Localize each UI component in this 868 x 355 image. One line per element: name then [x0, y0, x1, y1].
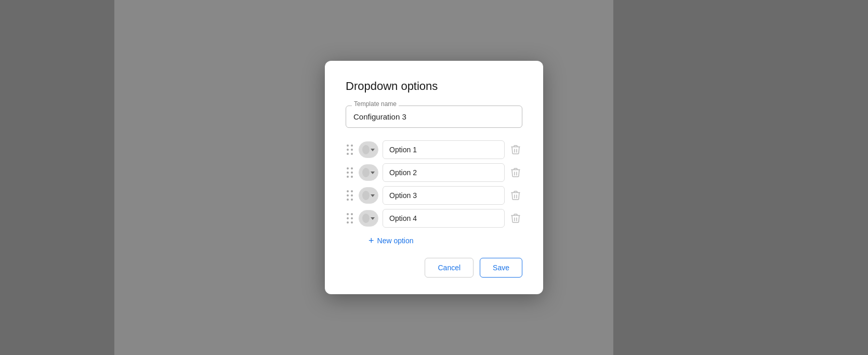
- drag-dot: [351, 167, 353, 169]
- delete-button-4[interactable]: [509, 211, 522, 226]
- chevron-down-icon-2: [371, 172, 375, 174]
- chevron-down-icon-4: [371, 217, 375, 220]
- cancel-button[interactable]: Cancel: [425, 258, 474, 278]
- drag-dot: [347, 199, 349, 201]
- new-option-button[interactable]: + New option: [346, 232, 414, 249]
- drag-dot: [347, 190, 349, 192]
- modal-overlay: Dropdown options Template name: [0, 0, 868, 355]
- drag-dots-1: [347, 144, 353, 155]
- drag-dot: [347, 144, 349, 147]
- drag-dot: [351, 176, 353, 178]
- option-row-2: [346, 163, 522, 182]
- drag-dot: [351, 199, 353, 201]
- color-picker-button-3[interactable]: [359, 187, 378, 204]
- option-input-3[interactable]: [383, 186, 505, 205]
- page-background: Dropdown options Template name: [0, 0, 868, 355]
- trash-icon-1: [511, 144, 520, 155]
- options-list: [346, 140, 522, 228]
- drag-dot: [351, 153, 353, 155]
- chevron-down-icon-1: [371, 149, 375, 151]
- save-button[interactable]: Save: [480, 258, 522, 278]
- drag-dot: [351, 213, 353, 215]
- trash-icon-2: [511, 167, 520, 178]
- drag-dots-3: [347, 190, 353, 201]
- trash-icon-3: [511, 190, 520, 201]
- color-circle-1: [362, 145, 370, 154]
- color-picker-button-1[interactable]: [359, 141, 378, 158]
- drag-dot: [347, 153, 349, 155]
- trash-icon-4: [511, 213, 520, 223]
- modal-footer: Cancel Save: [346, 258, 522, 278]
- drag-dot: [347, 176, 349, 178]
- drag-dot: [347, 149, 349, 151]
- template-name-input[interactable]: [346, 106, 522, 128]
- drag-handle-1[interactable]: [346, 143, 354, 156]
- color-picker-button-4[interactable]: [359, 210, 378, 227]
- drag-dot: [347, 221, 349, 223]
- option-input-4[interactable]: [383, 209, 505, 228]
- delete-button-2[interactable]: [509, 165, 522, 180]
- option-row-4: [346, 209, 522, 228]
- template-name-label: Template name: [352, 100, 399, 108]
- delete-button-1[interactable]: [509, 142, 522, 157]
- option-input-2[interactable]: [383, 163, 505, 182]
- drag-handle-3[interactable]: [346, 189, 354, 202]
- drag-dots-4: [347, 213, 353, 224]
- drag-dot: [347, 172, 349, 174]
- drag-dot: [351, 144, 353, 147]
- color-circle-2: [362, 168, 370, 177]
- option-row-1: [346, 140, 522, 159]
- option-input-1[interactable]: [383, 140, 505, 159]
- drag-dot: [351, 217, 353, 219]
- drag-handle-4[interactable]: [346, 212, 354, 225]
- delete-button-3[interactable]: [509, 188, 522, 203]
- color-picker-button-2[interactable]: [359, 164, 378, 181]
- drag-dots-2: [347, 167, 353, 178]
- drag-dot: [351, 190, 353, 192]
- drag-dot: [347, 213, 349, 215]
- drag-dot: [347, 217, 349, 219]
- drag-dot: [347, 167, 349, 169]
- plus-icon: +: [369, 236, 374, 245]
- color-circle-4: [362, 214, 370, 223]
- chevron-down-icon-3: [371, 194, 375, 197]
- drag-handle-2[interactable]: [346, 166, 354, 179]
- modal-title: Dropdown options: [346, 80, 522, 93]
- modal-dialog: Dropdown options Template name: [325, 61, 543, 294]
- drag-dot: [351, 172, 353, 174]
- new-option-label: New option: [377, 236, 414, 245]
- template-name-group: Template name: [346, 106, 522, 128]
- drag-dot: [351, 194, 353, 196]
- color-circle-3: [362, 191, 370, 200]
- drag-dot: [351, 221, 353, 223]
- option-row-3: [346, 186, 522, 205]
- drag-dot: [347, 194, 349, 196]
- drag-dot: [351, 149, 353, 151]
